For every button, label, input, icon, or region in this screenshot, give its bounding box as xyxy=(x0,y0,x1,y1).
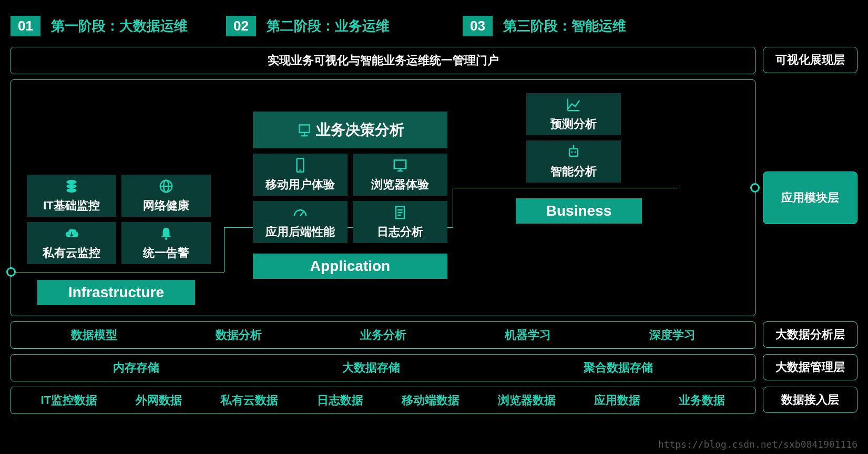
card-decision-label: 业务决策分析 xyxy=(316,120,404,140)
card-mobile: 移动用户体验 xyxy=(253,154,348,196)
svg-point-23 xyxy=(571,151,573,153)
access-item: 外网数据 xyxy=(136,392,182,408)
robot-icon xyxy=(565,144,582,160)
svg-line-15 xyxy=(300,211,303,216)
step-line-1 xyxy=(11,272,224,273)
svg-point-6 xyxy=(165,237,168,240)
presentation-icon xyxy=(296,122,313,138)
card-alert-label: 统一告警 xyxy=(143,245,189,261)
analysis-item: 深度学习 xyxy=(649,327,696,343)
side-label-analysis: 大数据分析层 xyxy=(763,321,857,348)
analysis-band: 数据模型 数据分析 业务分析 机器学习 深度学习 xyxy=(11,321,755,349)
side-label-vis: 可视化展现层 xyxy=(763,47,857,73)
svg-point-26 xyxy=(573,145,574,146)
svg-rect-22 xyxy=(569,149,578,156)
card-network-label: 网络健康 xyxy=(143,198,189,214)
card-smart: 智能分析 xyxy=(526,140,621,183)
phase-label-2: 第二阶段：业务运维 xyxy=(267,17,390,35)
access-item: IT监控数据 xyxy=(41,392,98,408)
card-decision: 业务决策分析 xyxy=(253,112,447,148)
card-browser: 浏览器体验 xyxy=(353,154,447,196)
phase-label-3: 第三阶段：智能运维 xyxy=(503,17,626,35)
access-item: 浏览器数据 xyxy=(498,392,556,408)
access-item: 日志数据 xyxy=(317,392,363,408)
phase-num-1: 01 xyxy=(11,16,40,36)
card-it-monitor-label: IT基础监控 xyxy=(43,198,100,214)
side-label-access: 数据接入层 xyxy=(763,387,857,413)
stage-infrastructure: Infrastructure xyxy=(37,280,195,305)
phase-label-1: 第一阶段：大数据运维 xyxy=(51,17,188,35)
svg-point-24 xyxy=(575,151,576,153)
bell-icon xyxy=(158,225,175,242)
step-vline-2 xyxy=(453,188,453,227)
stage-application: Application xyxy=(253,254,447,279)
mobile-icon xyxy=(292,157,309,174)
analysis-item: 机器学习 xyxy=(505,327,551,343)
analysis-item: 业务分析 xyxy=(360,327,406,343)
watermark: https://blog.csdn.net/sxb0841901116 xyxy=(658,439,857,450)
card-predict: 预测分析 xyxy=(526,93,621,135)
step-dot-end xyxy=(750,183,760,193)
chart-line-icon xyxy=(565,96,582,113)
monitor-icon xyxy=(392,157,409,174)
database-icon xyxy=(63,178,80,195)
mgmt-band: 内存存储 大数据存储 聚合数据存储 xyxy=(11,354,755,381)
card-backend: 应用后端性能 xyxy=(253,201,348,243)
card-network: 网络健康 xyxy=(121,175,211,217)
visualization-band-text: 实现业务可视化与智能业务运维统一管理门户 xyxy=(268,53,499,68)
card-predict-label: 预测分析 xyxy=(550,116,597,132)
document-icon xyxy=(392,204,409,221)
card-cloud: 私有云监控 xyxy=(27,222,116,264)
card-mobile-label: 移动用户体验 xyxy=(265,177,335,193)
globe-icon xyxy=(158,178,175,195)
side-label-mgmt: 大数据管理层 xyxy=(763,354,857,380)
step-vline-1 xyxy=(224,227,224,272)
card-log: 日志分析 xyxy=(353,201,447,243)
phase-row: 01 第一阶段：大数据运维 02 第二阶段：业务运维 03 第三阶段：智能运维 xyxy=(11,16,857,36)
card-log-label: 日志分析 xyxy=(377,224,423,240)
analysis-item: 数据模型 xyxy=(71,327,117,343)
card-browser-label: 浏览器体验 xyxy=(371,177,429,193)
mgmt-item: 聚合数据存储 xyxy=(584,360,653,376)
svg-point-0 xyxy=(66,180,76,184)
mgmt-item: 内存存储 xyxy=(113,360,159,376)
card-smart-label: 智能分析 xyxy=(550,164,597,179)
stage-business: Business xyxy=(516,198,642,224)
phase-1: 01 第一阶段：大数据运维 xyxy=(11,16,221,36)
svg-point-2 xyxy=(66,188,76,193)
phase-2: 02 第二阶段：业务运维 xyxy=(226,16,457,36)
access-item: 业务数据 xyxy=(679,392,725,408)
phase-3: 03 第三阶段：智能运维 xyxy=(463,16,626,36)
side-label-app: 应用模块层 xyxy=(763,171,857,224)
access-item: 私有云数据 xyxy=(220,392,278,408)
card-alert: 统一告警 xyxy=(121,222,211,264)
app-module-area: IT基础监控 网络健康 私有云监控 统一告警 Infrastructure 业务… xyxy=(11,79,755,316)
access-item: 移动端数据 xyxy=(402,392,459,408)
step-dot-start xyxy=(6,267,16,277)
phase-num-3: 03 xyxy=(463,16,493,36)
svg-rect-12 xyxy=(394,160,406,168)
phase-num-2: 02 xyxy=(226,16,256,36)
cloud-icon xyxy=(63,225,80,242)
step-line-3 xyxy=(453,188,678,188)
svg-point-1 xyxy=(66,184,76,188)
card-cloud-label: 私有云监控 xyxy=(43,245,100,261)
access-item: 应用数据 xyxy=(594,392,640,408)
svg-rect-7 xyxy=(299,125,309,132)
mgmt-item: 大数据存储 xyxy=(342,360,400,376)
card-backend-label: 应用后端性能 xyxy=(265,224,335,240)
access-band: IT监控数据 外网数据 私有云数据 日志数据 移动端数据 浏览器数据 应用数据 … xyxy=(11,387,755,414)
analysis-item: 数据分析 xyxy=(216,327,262,343)
visualization-band: 实现业务可视化与智能业务运维统一管理门户 xyxy=(11,47,755,74)
gauge-icon xyxy=(292,204,309,221)
card-it-monitor: IT基础监控 xyxy=(27,175,116,217)
